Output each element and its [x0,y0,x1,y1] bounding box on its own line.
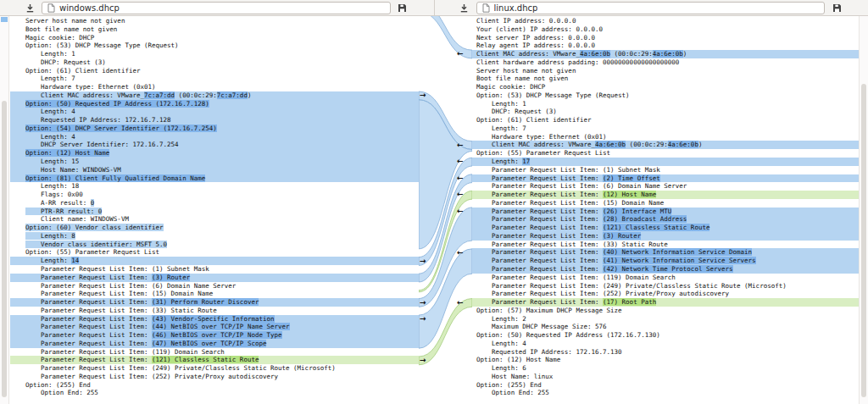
diff-map-mark [1,17,8,22]
right-code-pane[interactable]: Client IP address: 0.0.0.0Your (client) … [472,16,859,404]
push-change-left-icon[interactable]: ← [457,174,464,183]
code-text: Client name: WINDOWS-VM [25,215,129,223]
code-text: Parameter Request List Item: (119) Domai… [25,348,225,356]
code-text: (00:0c:29: [610,50,653,58]
push-change-left-icon[interactable]: ← [457,299,464,307]
push-change-right-icon[interactable]: → [420,299,426,307]
code-text: (121) Classless Static Route [152,356,259,363]
push-change-left-icon[interactable]: ← [457,208,464,216]
code-line: Parameter Request List Item: (31) Perfor… [10,298,419,307]
code-text: (12) Host Name [603,191,656,198]
left-code-pane[interactable]: Server host name not givenBoot file name… [10,16,419,404]
code-line: Length: 4 [10,108,419,116]
left-scrollbar[interactable] [0,16,9,404]
code-line: Parameter Request List Item: (249) Priva… [10,364,419,373]
code-line: Parameter Request List Item: (3) Router [10,274,419,282]
code-line: Parameter Request List Item: (42) Networ… [472,265,859,274]
code-line: Parameter Request List Item: (121) Class… [472,224,859,232]
code-line: Option: (255) End [472,381,859,390]
push-change-left-icon[interactable]: ← [457,158,464,166]
code-text: Relay agent IP address: 0.0.0.0 [476,42,595,49]
push-change-right-icon[interactable]: → [420,257,426,266]
file-chooser-right[interactable]: linux.dhcp [476,2,826,14]
code-text: Parameter Request List Item: [25,323,152,330]
code-line: Length: 1 [472,100,859,108]
code-line: Parameter Request List Item: (26) Interf… [472,208,859,216]
code-text: Parameter Request List Item: (249) Priva… [25,364,336,372]
code-line: Client IP address: 0.0.0.0 [472,17,859,25]
code-text: Magic cookie: DHCP [25,34,94,42]
code-text: (42) Network Time Protocol Servers [603,265,733,273]
code-text: Option: (12) Host Name [25,149,109,157]
code-line: Option: (12) Host Name [10,149,419,158]
push-change-left-icon[interactable]: ← [457,141,464,150]
left-scrollbar-thumb[interactable] [2,101,7,397]
code-line: DHCP: Request (3) [472,108,859,116]
code-line: Parameter Request List Item: (40) Networ… [472,248,859,257]
save-icon[interactable] [397,2,409,14]
code-line: Length: 7 [472,125,859,133]
code-text: Length: 4 [25,133,75,141]
code-line: Hardware type: Ethernet (0x01) [10,83,419,91]
code-text: Boot file name not given [25,25,117,33]
code-line: Next server IP address: 0.0.0.0 [472,34,859,42]
code-text: Option: (50) Requested IP Address (172.1… [25,100,209,108]
code-line: Length: 6 [472,364,859,373]
code-line: Option: (81) Client Fully Qualified Doma… [10,174,419,183]
code-line: Your (client) IP address: 0.0.0.0 [472,25,859,34]
code-text: Option End: 255 [476,389,549,396]
code-text: Option: (55) Parameter Request List [25,248,159,256]
push-change-left-icon[interactable]: ← [457,191,464,199]
code-text: Parameter Request List Item: (1) Subnet … [25,265,209,273]
code-line: Parameter Request List Item: (41) Networ… [472,257,859,265]
download-icon[interactable] [459,2,470,14]
right-scrollbar-thumb[interactable] [861,84,866,397]
save-icon[interactable] [831,2,843,14]
code-line: Parameter Request List Item: (252) Priva… [472,290,859,298]
filename-label-left: windows.dhcp [59,3,120,14]
download-icon[interactable] [24,2,36,14]
push-change-right-icon[interactable]: → [420,357,426,365]
code-text: Length: 6 [476,364,526,372]
push-change-right-icon[interactable]: → [420,91,426,100]
code-text: (3) Router [152,274,190,281]
code-line: Option: (55) Parameter Request List [472,149,859,158]
code-text: Parameter Request List Item: (1) Subnet … [476,166,660,174]
code-line: Option: (12) Host Name [472,356,859,364]
code-text: Length: 2 [476,315,526,323]
code-line: Maximum DHCP Message Size: 576 [472,323,859,331]
code-text: Option: (255) End [476,381,542,389]
code-text: Server host name not given [476,67,576,75]
code-text: (17) Root Path [603,298,656,306]
code-text: (26) Interface MTU [603,208,671,215]
code-text: (43) Vendor-Specific Information [152,315,275,323]
code-text: Length: 7 [25,75,75,82]
code-line: Option: (55) Parameter Request List [10,248,419,257]
push-change-left-icon[interactable]: ← [457,50,464,58]
code-text: Parameter Request List Item: (249) Priva… [476,282,787,290]
code-line: Magic cookie: DHCP [472,83,859,91]
code-text: Parameter Request List Item: [476,215,603,223]
code-line: Option: (53) DHCP Message Type (Request) [472,91,859,100]
push-change-right-icon[interactable]: → [420,315,426,324]
code-text: (00:0c:29: [175,91,217,99]
code-line: Client MAC address: VMware_4a:6e:0b (00:… [472,141,859,149]
code-line: Parameter Request List Item: (43) Vendor… [10,315,419,324]
code-text: Parameter Request List Item: [476,191,603,198]
file-chooser-left[interactable]: windows.dhcp [42,2,391,14]
right-scrollbar[interactable] [859,16,868,404]
code-text: Parameter Request List Item: (6) Domain … [25,282,236,290]
code-line: Option: (61) Client identifier [10,67,419,75]
push-change-left-icon[interactable]: ← [457,249,464,257]
diff-connectors [419,16,472,404]
code-text: (41) Network Information Service Servers [603,257,756,264]
code-line: Magic cookie: DHCP [10,34,419,42]
code-text: Length: [25,257,71,264]
code-line: DHCP Server Identifier: 172.16.7.254 [10,141,419,149]
code-text: 4a:6e:0b [580,50,610,58]
code-line: Length: 4 [10,133,419,141]
code-line: A-RR result: 0 [10,199,419,208]
code-text: Parameter Request List Item: (6) Domain … [476,182,687,190]
right-pane-header: linux.dhcp [434,0,868,15]
code-text: (121) Classless Static Route [603,224,709,231]
